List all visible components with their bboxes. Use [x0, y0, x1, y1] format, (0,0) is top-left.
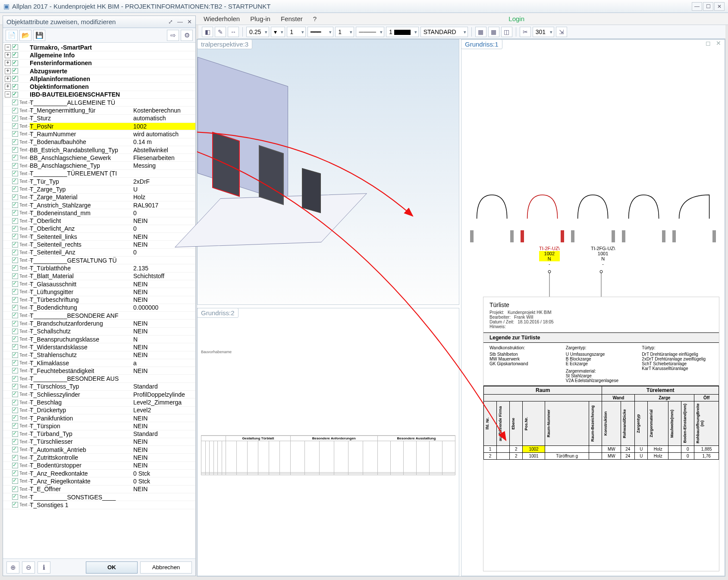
- viewport-label[interactable]: tralperspektive:3: [197, 39, 252, 49]
- attr-value[interactable]: NEIN: [132, 328, 195, 335]
- attr-checkbox[interactable]: [12, 494, 18, 500]
- attr-row[interactable]: Text→T__________BESONDERE AUS: [3, 375, 195, 382]
- attr-value[interactable]: 0 Stck: [132, 478, 195, 485]
- attr-checkbox[interactable]: [12, 131, 18, 137]
- collapse-icon[interactable]: —: [177, 19, 183, 25]
- viewport-perspective[interactable]: tralperspektive:3: [197, 39, 459, 305]
- attr-row[interactable]: Text→T_E_ÖffnerNEIN: [3, 486, 195, 493]
- attr-checkbox[interactable]: [12, 447, 18, 452]
- attr-row[interactable]: Text→T_BeanspruchungsklasseN: [3, 335, 195, 343]
- attr-row[interactable]: Text→T_Seitenteil_rechtsNEIN: [3, 241, 195, 248]
- attr-open-icon[interactable]: 📂: [19, 30, 31, 41]
- attr-row[interactable]: Text→T_OberlichtNEIN: [3, 217, 195, 225]
- attr-value[interactable]: Holz: [132, 194, 195, 201]
- tool-filter-icon[interactable]: ◧: [202, 27, 213, 37]
- menu-plugin[interactable]: Plug-in: [245, 15, 276, 22]
- attr-row[interactable]: Text→T__________ALLGEMEINE TÜ: [3, 99, 195, 107]
- attr-value[interactable]: NEIN: [132, 288, 195, 295]
- attr-value[interactable]: NEIN: [132, 454, 195, 461]
- attr-row[interactable]: Text→T_GlasausschnittNEIN: [3, 280, 195, 288]
- attr-group[interactable]: −Türmakro, -SmartPart: [3, 44, 195, 51]
- attr-group[interactable]: +Allgemeine Info: [3, 51, 195, 59]
- attr-checkbox[interactable]: [12, 68, 18, 74]
- menu-wiederholen[interactable]: Wiederholen: [198, 15, 245, 22]
- attr-row[interactable]: Text→T_TürbeschriftungNEIN: [3, 296, 195, 304]
- close-button[interactable]: ✕: [714, 2, 725, 11]
- attr-row[interactable]: Text→T_TürschliesserNEIN: [3, 438, 195, 446]
- tool-measure-icon[interactable]: ↔: [228, 27, 239, 37]
- attr-checkbox[interactable]: [12, 297, 18, 303]
- attr-row[interactable]: Text→T__________BESONDERE ANF: [3, 312, 195, 320]
- pin-icon[interactable]: ⤢: [168, 19, 173, 25]
- attr-checkbox[interactable]: [12, 242, 18, 248]
- minimize-button[interactable]: —: [692, 2, 702, 11]
- attr-row[interactable]: Text→T_StrahlenschutzNEIN: [3, 351, 195, 359]
- attr-value[interactable]: 0.000000: [132, 304, 195, 311]
- attr-value[interactable]: NEIN: [132, 438, 195, 445]
- attr-value[interactable]: Level2: [132, 407, 195, 414]
- attr-row[interactable]: Text→T_Oberlicht_Anz0: [3, 225, 195, 233]
- tool-scissors-icon[interactable]: ✂: [520, 27, 531, 37]
- attr-row[interactable]: Text→T_Sonstiges 1: [3, 501, 195, 509]
- attr-row[interactable]: Text→T_Anz_Riegelkontakte0 Stck: [3, 477, 195, 485]
- attr-checkbox[interactable]: [12, 171, 18, 176]
- attr-row[interactable]: Text→T__________SONSTIGES____: [3, 493, 195, 501]
- menu-help[interactable]: ?: [308, 15, 322, 22]
- attr-row[interactable]: Text→T__________GESTALTUNG TÜ: [3, 257, 195, 264]
- attr-checkbox[interactable]: [12, 408, 18, 413]
- attr-save-icon[interactable]: 💾: [33, 30, 45, 41]
- door-1002[interactable]: [517, 191, 568, 242]
- attr-value[interactable]: NEIN: [132, 217, 195, 224]
- attr-row[interactable]: Text→BB_Anschlagschiene_GewerkFliesenarb…: [3, 154, 195, 162]
- attr-checkbox[interactable]: [12, 368, 18, 373]
- attr-value[interactable]: NEIN: [132, 415, 195, 422]
- attr-checkbox[interactable]: [12, 60, 18, 66]
- attr-checkbox[interactable]: [12, 179, 18, 184]
- attr-checkbox[interactable]: [12, 116, 18, 121]
- viewport-controls[interactable]: ◻ ✕: [706, 40, 723, 47]
- attr-checkbox[interactable]: [12, 250, 18, 255]
- attr-checkbox[interactable]: [12, 400, 18, 405]
- attr-checkbox[interactable]: [12, 376, 18, 382]
- attr-checkbox[interactable]: [12, 415, 18, 421]
- viewport-label[interactable]: Grundriss:2: [197, 308, 238, 318]
- attr-checkbox[interactable]: [12, 321, 18, 326]
- attr-value[interactable]: Kostenberechnun: [132, 107, 195, 114]
- attr-checkbox[interactable]: [12, 360, 18, 366]
- attr-checkbox[interactable]: [12, 139, 18, 145]
- attr-value[interactable]: NEIN: [132, 423, 195, 430]
- attr-row[interactable]: Text→T_Anstrich_StahlzargeRAL9017: [3, 201, 195, 209]
- attr-row[interactable]: Text→T_Bodenaufbauhöhe0.14 m: [3, 138, 195, 146]
- attr-row[interactable]: Text→T_Automatik_AntriebNEIN: [3, 446, 195, 454]
- attr-checkbox[interactable]: [12, 194, 18, 200]
- panel-close-icon[interactable]: ✕: [187, 19, 192, 25]
- viewport-grundriss2[interactable]: Grundriss:2 Bauvorhabename Gestaltung Tü…: [197, 308, 459, 577]
- login-link[interactable]: Login: [508, 15, 530, 22]
- attr-value[interactable]: Level2_Zimmerga: [132, 399, 195, 406]
- attr-row[interactable]: Text→T_Seitenteil_linksNEIN: [3, 233, 195, 241]
- viewport-grundriss1[interactable]: Grundriss:1 ◻ ✕ TI-2F-UZ\ 1002 N - TI-2F…: [461, 39, 725, 576]
- attr-row[interactable]: Text→T_PanikfunktionNEIN: [3, 414, 195, 422]
- attr-value[interactable]: NEIN: [132, 344, 195, 351]
- attr-assign-icon[interactable]: ⇨: [167, 30, 179, 41]
- attr-value[interactable]: 2xDrF: [132, 178, 195, 185]
- attr-remove-icon[interactable]: ⊖: [22, 561, 35, 574]
- attr-value[interactable]: NEIN: [132, 281, 195, 288]
- attr-checkbox[interactable]: [12, 336, 18, 342]
- attr-checkbox[interactable]: [12, 502, 18, 508]
- attr-value[interactable]: 1002: [132, 123, 195, 130]
- attr-checkbox[interactable]: [12, 108, 18, 113]
- attr-checkbox[interactable]: [12, 329, 18, 334]
- attr-checkbox[interactable]: [12, 352, 18, 358]
- menu-fenster[interactable]: Fenster: [276, 15, 308, 22]
- attr-row[interactable]: Text→T_PosNr1002: [3, 122, 195, 130]
- attr-value[interactable]: 2.135: [132, 265, 195, 272]
- attr-checkbox[interactable]: [12, 84, 18, 90]
- attr-filter-icon[interactable]: ⚙: [181, 30, 193, 41]
- tool-stack1-icon[interactable]: ▦: [475, 27, 486, 37]
- attr-row[interactable]: Text→T_Türblatthöhe2.135: [3, 264, 195, 272]
- attr-row[interactable]: Text→T_BrandschutzanforderungNEIN: [3, 320, 195, 327]
- attr-checkbox[interactable]: [12, 92, 18, 97]
- attr-checkbox[interactable]: [12, 344, 18, 350]
- attr-checkbox[interactable]: [12, 163, 18, 169]
